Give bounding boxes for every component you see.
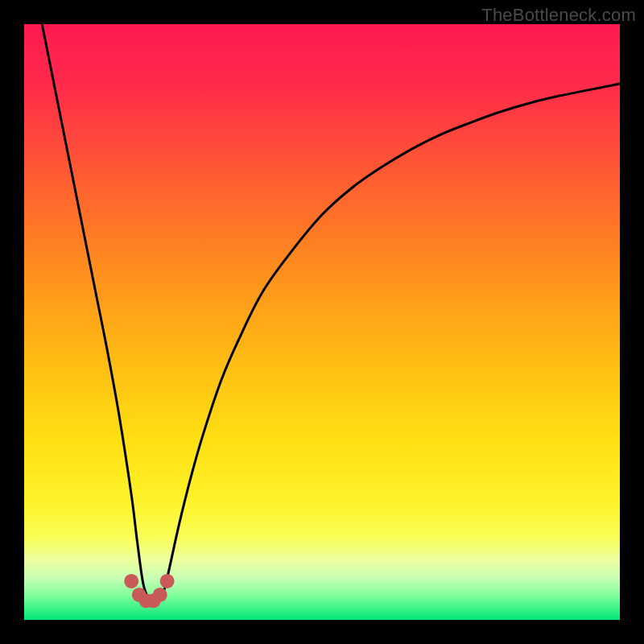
trough-marker xyxy=(153,588,167,602)
plot-area xyxy=(24,24,620,620)
chart-svg xyxy=(24,24,620,620)
attribution-label: TheBottleneck.com xyxy=(481,5,636,26)
chart-frame: TheBottleneck.com xyxy=(0,0,644,644)
bottleneck-curve xyxy=(42,24,620,602)
trough-marker xyxy=(160,574,175,588)
trough-marker xyxy=(124,574,138,588)
